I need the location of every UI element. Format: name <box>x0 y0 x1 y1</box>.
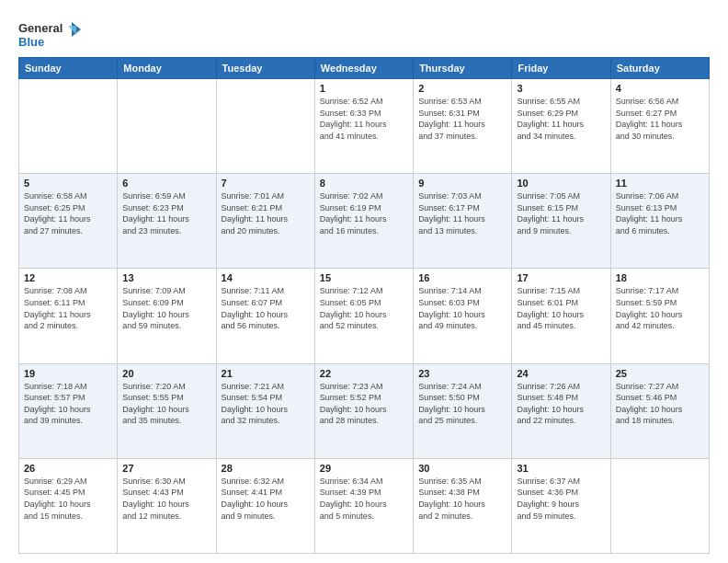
svg-text:General: General <box>18 21 63 35</box>
cell-info: Sunrise: 6:56 AM Sunset: 6:27 PM Dayligh… <box>616 96 704 142</box>
calendar-cell: 9Sunrise: 7:03 AM Sunset: 6:17 PM Daylig… <box>414 174 512 269</box>
cell-info: Sunrise: 7:11 AM Sunset: 6:07 PM Dayligh… <box>222 285 310 331</box>
cell-info: Sunrise: 6:59 AM Sunset: 6:23 PM Dayligh… <box>122 190 210 236</box>
calendar-row: 19Sunrise: 7:18 AM Sunset: 5:57 PM Dayli… <box>19 363 710 458</box>
cell-day-number: 21 <box>222 368 310 379</box>
cell-day-number: 13 <box>122 272 210 283</box>
page: General Blue SundayMondayTuesdayWednesda… <box>0 0 728 563</box>
cell-info: Sunrise: 7:23 AM Sunset: 5:52 PM Dayligh… <box>320 381 408 427</box>
cell-day-number: 11 <box>616 178 704 189</box>
cell-info: Sunrise: 6:58 AM Sunset: 6:25 PM Dayligh… <box>24 190 112 236</box>
cell-day-number: 8 <box>320 178 408 189</box>
cell-info: Sunrise: 7:26 AM Sunset: 5:48 PM Dayligh… <box>517 381 605 427</box>
cell-day-number: 17 <box>517 272 605 283</box>
cell-day-number: 12 <box>24 272 112 283</box>
calendar-cell: 10Sunrise: 7:05 AM Sunset: 6:15 PM Dayli… <box>512 174 610 269</box>
cell-info: Sunrise: 6:35 AM Sunset: 4:38 PM Dayligh… <box>418 476 506 522</box>
calendar-cell: 21Sunrise: 7:21 AM Sunset: 5:54 PM Dayli… <box>216 363 314 458</box>
cell-info: Sunrise: 6:29 AM Sunset: 4:45 PM Dayligh… <box>24 476 112 522</box>
calendar-cell: 15Sunrise: 7:12 AM Sunset: 6:05 PM Dayli… <box>314 269 413 363</box>
calendar-cell: 23Sunrise: 7:24 AM Sunset: 5:50 PM Dayli… <box>414 363 512 458</box>
cell-info: Sunrise: 6:52 AM Sunset: 6:33 PM Dayligh… <box>320 96 408 142</box>
cell-info: Sunrise: 7:21 AM Sunset: 5:54 PM Dayligh… <box>222 381 310 427</box>
cell-info: Sunrise: 7:27 AM Sunset: 5:46 PM Dayligh… <box>616 381 704 427</box>
calendar-cell: 1Sunrise: 6:52 AM Sunset: 6:33 PM Daylig… <box>314 79 413 174</box>
weekday-header: Sunday <box>19 58 118 79</box>
calendar-cell: 13Sunrise: 7:09 AM Sunset: 6:09 PM Dayli… <box>118 269 216 363</box>
cell-day-number: 24 <box>517 368 605 379</box>
calendar-cell: 4Sunrise: 6:56 AM Sunset: 6:27 PM Daylig… <box>610 79 709 174</box>
cell-info: Sunrise: 7:01 AM Sunset: 6:21 PM Dayligh… <box>222 190 310 236</box>
cell-day-number: 18 <box>616 272 704 283</box>
calendar-cell: 3Sunrise: 6:55 AM Sunset: 6:29 PM Daylig… <box>512 79 610 174</box>
cell-info: Sunrise: 6:55 AM Sunset: 6:29 PM Dayligh… <box>517 96 605 142</box>
cell-info: Sunrise: 7:24 AM Sunset: 5:50 PM Dayligh… <box>418 381 506 427</box>
cell-info: Sunrise: 7:06 AM Sunset: 6:13 PM Dayligh… <box>616 190 704 236</box>
calendar-cell <box>118 79 216 174</box>
cell-day-number: 7 <box>222 178 310 189</box>
calendar-cell: 7Sunrise: 7:01 AM Sunset: 6:21 PM Daylig… <box>216 174 314 269</box>
calendar-header-row: SundayMondayTuesdayWednesdayThursdayFrid… <box>19 58 710 79</box>
calendar-cell: 5Sunrise: 6:58 AM Sunset: 6:25 PM Daylig… <box>19 174 118 269</box>
cell-info: Sunrise: 7:18 AM Sunset: 5:57 PM Dayligh… <box>24 381 112 427</box>
cell-day-number: 28 <box>222 463 310 474</box>
calendar-cell: 11Sunrise: 7:06 AM Sunset: 6:13 PM Dayli… <box>610 174 709 269</box>
logo: General Blue <box>18 18 83 53</box>
weekday-header: Thursday <box>414 58 512 79</box>
cell-day-number: 14 <box>222 272 310 283</box>
cell-day-number: 6 <box>122 178 210 189</box>
cell-day-number: 20 <box>122 368 210 379</box>
cell-info: Sunrise: 7:08 AM Sunset: 6:11 PM Dayligh… <box>24 285 112 331</box>
cell-day-number: 19 <box>24 368 112 379</box>
calendar-cell: 16Sunrise: 7:14 AM Sunset: 6:03 PM Dayli… <box>414 269 512 363</box>
calendar-cell: 31Sunrise: 6:37 AM Sunset: 4:36 PM Dayli… <box>512 458 610 553</box>
calendar-cell: 12Sunrise: 7:08 AM Sunset: 6:11 PM Dayli… <box>19 269 118 363</box>
calendar-cell: 28Sunrise: 6:32 AM Sunset: 4:41 PM Dayli… <box>216 458 314 553</box>
cell-day-number: 26 <box>24 463 112 474</box>
cell-info: Sunrise: 7:09 AM Sunset: 6:09 PM Dayligh… <box>122 285 210 331</box>
calendar-cell <box>610 458 709 553</box>
cell-day-number: 5 <box>24 178 112 189</box>
cell-day-number: 1 <box>320 83 408 94</box>
weekday-header: Wednesday <box>314 58 413 79</box>
header: General Blue <box>18 15 710 53</box>
calendar: SundayMondayTuesdayWednesdayThursdayFrid… <box>18 57 710 554</box>
calendar-cell: 25Sunrise: 7:27 AM Sunset: 5:46 PM Dayli… <box>610 363 709 458</box>
logo-svg: General Blue <box>18 18 83 53</box>
calendar-cell: 17Sunrise: 7:15 AM Sunset: 6:01 PM Dayli… <box>512 269 610 363</box>
cell-day-number: 16 <box>418 272 506 283</box>
calendar-row: 12Sunrise: 7:08 AM Sunset: 6:11 PM Dayli… <box>19 269 710 363</box>
cell-info: Sunrise: 7:14 AM Sunset: 6:03 PM Dayligh… <box>418 285 506 331</box>
calendar-cell: 30Sunrise: 6:35 AM Sunset: 4:38 PM Dayli… <box>414 458 512 553</box>
cell-info: Sunrise: 7:05 AM Sunset: 6:15 PM Dayligh… <box>517 190 605 236</box>
cell-info: Sunrise: 6:32 AM Sunset: 4:41 PM Dayligh… <box>222 476 310 522</box>
cell-info: Sunrise: 7:12 AM Sunset: 6:05 PM Dayligh… <box>320 285 408 331</box>
cell-info: Sunrise: 7:03 AM Sunset: 6:17 PM Dayligh… <box>418 190 506 236</box>
calendar-cell: 8Sunrise: 7:02 AM Sunset: 6:19 PM Daylig… <box>314 174 413 269</box>
cell-day-number: 9 <box>418 178 506 189</box>
calendar-cell: 29Sunrise: 6:34 AM Sunset: 4:39 PM Dayli… <box>314 458 413 553</box>
cell-day-number: 23 <box>418 368 506 379</box>
weekday-header: Monday <box>118 58 216 79</box>
calendar-cell: 14Sunrise: 7:11 AM Sunset: 6:07 PM Dayli… <box>216 269 314 363</box>
calendar-row: 1Sunrise: 6:52 AM Sunset: 6:33 PM Daylig… <box>19 79 710 174</box>
calendar-cell <box>216 79 314 174</box>
calendar-row: 26Sunrise: 6:29 AM Sunset: 4:45 PM Dayli… <box>19 458 710 553</box>
cell-day-number: 29 <box>320 463 408 474</box>
cell-day-number: 25 <box>616 368 704 379</box>
cell-day-number: 10 <box>517 178 605 189</box>
cell-day-number: 27 <box>122 463 210 474</box>
cell-day-number: 22 <box>320 368 408 379</box>
calendar-cell: 2Sunrise: 6:53 AM Sunset: 6:31 PM Daylig… <box>414 79 512 174</box>
calendar-cell: 22Sunrise: 7:23 AM Sunset: 5:52 PM Dayli… <box>314 363 413 458</box>
cell-day-number: 31 <box>517 463 605 474</box>
cell-day-number: 2 <box>418 83 506 94</box>
weekday-header: Saturday <box>610 58 709 79</box>
calendar-cell: 20Sunrise: 7:20 AM Sunset: 5:55 PM Dayli… <box>118 363 216 458</box>
calendar-cell: 26Sunrise: 6:29 AM Sunset: 4:45 PM Dayli… <box>19 458 118 553</box>
cell-info: Sunrise: 6:30 AM Sunset: 4:43 PM Dayligh… <box>122 476 210 522</box>
cell-info: Sunrise: 7:15 AM Sunset: 6:01 PM Dayligh… <box>517 285 605 331</box>
cell-info: Sunrise: 7:02 AM Sunset: 6:19 PM Dayligh… <box>320 190 408 236</box>
calendar-cell: 6Sunrise: 6:59 AM Sunset: 6:23 PM Daylig… <box>118 174 216 269</box>
calendar-cell: 24Sunrise: 7:26 AM Sunset: 5:48 PM Dayli… <box>512 363 610 458</box>
